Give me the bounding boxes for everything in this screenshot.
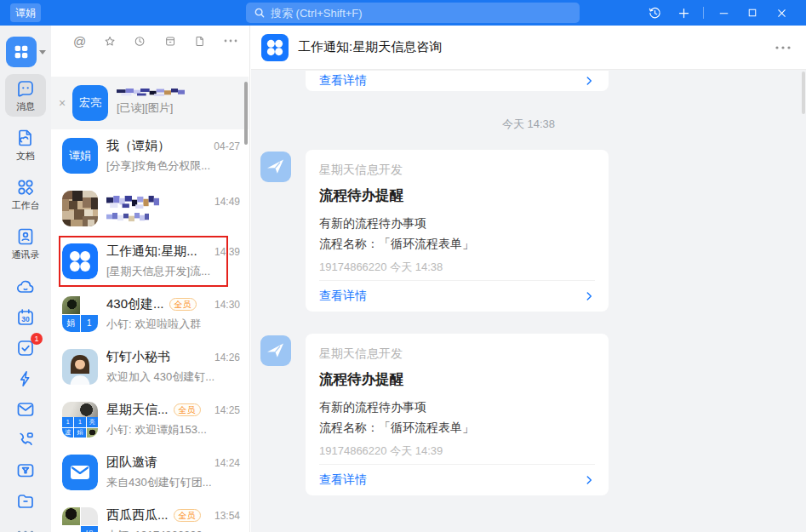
- sidebar-nav-item[interactable]: 文档: [5, 123, 46, 166]
- message-cards: 星期天信息开发 流程待办提醒 有新的流程待办事项 流程名称：「循环流程表单」 1…: [251, 150, 806, 518]
- chat-time: 14:25: [209, 404, 240, 416]
- message-row: 星期天信息开发 流程待办提醒 有新的流程待办事项 流程名称：「循环流程表单」 1…: [251, 334, 806, 495]
- cloud-icon: [15, 277, 36, 297]
- chat-name: 团队邀请: [106, 455, 157, 471]
- phone-video-icon: [15, 430, 36, 450]
- chevron-right-icon: [583, 474, 595, 486]
- view-details-link[interactable]: 查看详情: [319, 73, 367, 89]
- redacted-chat-name: [106, 196, 159, 209]
- todo-button[interactable]: 1: [15, 338, 36, 358]
- phone-video-button[interactable]: [15, 430, 36, 450]
- recent-filter-icon[interactable]: [134, 34, 146, 49]
- mail-button[interactable]: [15, 399, 36, 420]
- chat-list-item[interactable]: 谭娟 我（谭娟） 04-27: [51, 129, 249, 182]
- redacted-chat-preview: [106, 213, 149, 222]
- new-chat-button[interactable]: [669, 0, 698, 26]
- chat-list-item[interactable]: 工作通知:星期... 14:39 [星期天信息开发]流...: [51, 235, 249, 288]
- chat-list-toolbar: @: [51, 26, 249, 51]
- app-menu-button[interactable]: [6, 37, 37, 67]
- group-avatar-grid: 娟: [62, 507, 98, 532]
- titlebar: 谭娟: [0, 0, 806, 26]
- chat-avatar: 娟1: [62, 296, 98, 332]
- card-body-line: 流程名称：「循环流程表单」: [319, 233, 595, 254]
- chat-preview: [已读][图片]: [117, 100, 173, 116]
- search-input[interactable]: [271, 7, 572, 20]
- work-notice-avatar-icon: [62, 243, 98, 279]
- favorites-filter-icon[interactable]: [104, 34, 116, 49]
- rail-more-button[interactable]: [17, 522, 34, 532]
- conversation-more-button[interactable]: [775, 46, 791, 49]
- chat-preview: 来自430创建钉钉团...: [106, 475, 212, 490]
- chat-list-more-button[interactable]: [224, 39, 237, 43]
- view-details-link[interactable]: 查看详情: [319, 280, 595, 312]
- mention-filter-icon[interactable]: @: [73, 35, 86, 48]
- chat-list-item[interactable]: 娟 西瓜西瓜... 全员 13:54 小钉: 19174866220...: [51, 499, 249, 532]
- group-avatar-grid: 娟1: [62, 296, 98, 332]
- chat-time: 14:39: [209, 246, 240, 258]
- sidebar-nav-item[interactable]: 消息: [5, 74, 46, 117]
- message-row: 星期天信息开发 流程待办提醒 有新的流程待办事项 流程名称：「循环流程表单」 1…: [251, 150, 806, 312]
- chat-name: 星期天信...: [106, 402, 169, 418]
- sidebar-nav-label: 通讯录: [12, 249, 40, 261]
- history-icon: [648, 6, 662, 20]
- invite-avatar: [62, 455, 98, 490]
- folder-button[interactable]: [15, 491, 36, 512]
- conversation-title: 工作通知:星期天信息咨询: [298, 39, 442, 55]
- partial-message-card[interactable]: 查看详情: [306, 70, 609, 91]
- more-dots-icon: [224, 39, 237, 43]
- chevron-right-icon: [583, 75, 595, 87]
- chat-list-item[interactable]: 14:49: [51, 182, 249, 235]
- chat-preview: 小钉: 19174866220...: [106, 528, 212, 532]
- calendar-day-label: 30: [15, 307, 36, 328]
- sidebar-nav-label: 工作台: [12, 199, 40, 212]
- chat-time: 04-27: [209, 140, 240, 152]
- calendar-button[interactable]: 30: [15, 307, 36, 328]
- remove-chat-icon[interactable]: ×: [57, 95, 67, 111]
- message-scrollbar[interactable]: [802, 72, 805, 114]
- current-user-tag[interactable]: 谭娟: [10, 3, 41, 22]
- maximize-button[interactable]: [738, 0, 767, 26]
- message-history-button[interactable]: [640, 0, 669, 26]
- card-title: 流程待办提醒: [319, 370, 595, 389]
- chat-avatar: [62, 243, 98, 279]
- file-box-filter-icon[interactable]: [164, 34, 176, 49]
- redacted-avatar: [62, 191, 98, 226]
- cloud-drive-button[interactable]: [15, 277, 36, 297]
- chat-name: 西瓜西瓜...: [106, 507, 169, 523]
- chat-name: 我（谭娟）: [106, 138, 170, 154]
- chat-list-item[interactable]: 钉钉小秘书 14:26 欢迎加入 430创建钉...: [51, 340, 249, 393]
- card-meta: 19174866220 今天 14:39: [319, 443, 595, 459]
- flash-button[interactable]: [16, 369, 35, 389]
- chat-list-item[interactable]: 团队邀请 14:24 来自430创建钉钉团...: [51, 446, 249, 499]
- workflow-notice-card[interactable]: 星期天信息开发 流程待办提醒 有新的流程待办事项 流程名称：「循环流程表单」 1…: [306, 334, 609, 495]
- chat-list-item[interactable]: 1 1 亮 波 娟 星期天信...: [51, 393, 249, 446]
- chevron-down-icon[interactable]: [39, 50, 46, 54]
- global-search[interactable]: [246, 3, 580, 23]
- chat-list-item[interactable]: 娟1 430创建... 全员 14:30: [51, 288, 249, 340]
- chat-avatar: 1 1 亮 波 娟: [62, 402, 98, 438]
- workbench-icon: [15, 177, 36, 197]
- chat-list-scrollbar[interactable]: [244, 82, 248, 145]
- sidebar-nav-item[interactable]: 通讯录: [5, 222, 46, 265]
- chat-list-item[interactable]: × 宏亮: [51, 77, 249, 129]
- rail-tools: 30 1: [15, 277, 36, 532]
- sender-avatar-icon: [260, 152, 291, 182]
- card-source: 星期天信息开发: [319, 346, 595, 362]
- meeting-button[interactable]: [15, 460, 36, 481]
- plus-icon: [677, 7, 690, 20]
- view-details-link[interactable]: 查看详情: [319, 464, 595, 495]
- mail-icon: [15, 399, 36, 420]
- chat-avatar: 宏亮: [72, 85, 108, 121]
- chat-avatar: [62, 191, 98, 226]
- document-filter-icon[interactable]: [194, 34, 206, 49]
- workflow-notice-card[interactable]: 星期天信息开发 流程待办提醒 有新的流程待办事项 流程名称：「循环流程表单」 1…: [306, 150, 609, 312]
- docs-icon: [15, 128, 36, 148]
- conversation-panel: 工作通知:星期天信息咨询 查看详情 今天 14:38 星期天信息开发 流程待办提…: [251, 26, 806, 532]
- card-body-line: 流程名称：「循环流程表单」: [319, 417, 595, 438]
- close-button[interactable]: [767, 0, 796, 26]
- search-icon: [254, 7, 266, 19]
- card-title: 流程待办提醒: [319, 186, 595, 205]
- titlebar-separator: [703, 7, 704, 19]
- minimize-button[interactable]: [709, 0, 738, 26]
- sidebar-nav-item[interactable]: 工作台: [5, 173, 46, 215]
